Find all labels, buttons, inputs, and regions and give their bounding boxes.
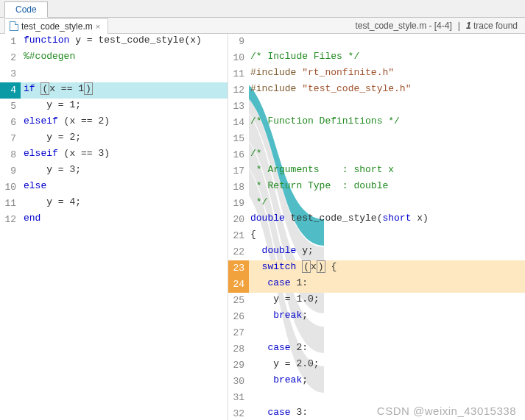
- file-tab[interactable]: test_code_style.m ×: [4, 18, 108, 34]
- code-row[interactable]: 21{: [228, 228, 525, 244]
- code-row[interactable]: 13: [228, 99, 525, 115]
- code-text[interactable]: case 3:: [249, 406, 525, 420]
- code-row[interactable]: 16/*: [228, 147, 525, 163]
- code-row[interactable]: 31: [228, 390, 525, 406]
- code-row[interactable]: 19 */: [228, 196, 525, 212]
- code-row[interactable]: 1function y = test_code_style(x): [0, 34, 228, 50]
- code-text[interactable]: [21, 66, 228, 82]
- code-row[interactable]: 8elseif (x == 3): [0, 147, 228, 163]
- code-text[interactable]: * Arguments : short x: [249, 163, 525, 179]
- code-text[interactable]: [249, 390, 525, 406]
- line-number: 15: [228, 131, 249, 147]
- code-row[interactable]: 18 * Return Type : double: [228, 179, 525, 196]
- code-text[interactable]: break;: [249, 374, 525, 390]
- code-row[interactable]: 25 y = 1.0;: [228, 293, 525, 309]
- code-text[interactable]: /* Include Files */: [249, 50, 525, 66]
- code-row[interactable]: 9: [228, 34, 525, 50]
- code-row[interactable]: 5 y = 1;: [0, 99, 228, 115]
- code-row[interactable]: 7 y = 2;: [0, 131, 228, 147]
- code-text[interactable]: case 1:: [249, 277, 525, 293]
- code-text[interactable]: y = 3;: [21, 163, 228, 179]
- code-row[interactable]: 29 y = 2.0;: [228, 357, 525, 374]
- code-text[interactable]: /*: [249, 147, 525, 163]
- code-row[interactable]: 14/* Function Definitions */: [228, 115, 525, 131]
- code-text[interactable]: end: [21, 212, 228, 228]
- line-number: 6: [0, 115, 21, 131]
- line-number: 11: [228, 66, 249, 82]
- code-text[interactable]: function y = test_code_style(x): [21, 34, 228, 50]
- code-text[interactable]: [249, 131, 525, 147]
- code-text[interactable]: break;: [249, 309, 525, 325]
- generated-pane[interactable]: 910/* Include Files */11#include "rt_non…: [228, 34, 525, 420]
- trace-label: trace found: [473, 21, 518, 31]
- code-row[interactable]: 17 * Arguments : short x: [228, 163, 525, 179]
- line-number: 1: [0, 34, 21, 50]
- line-number: 29: [228, 357, 249, 374]
- line-number: 17: [228, 163, 249, 179]
- code-row[interactable]: 11 y = 4;: [0, 196, 228, 212]
- top-tabbar: Code: [0, 0, 525, 18]
- code-text[interactable]: %#codegen: [21, 50, 228, 66]
- code-row[interactable]: 4if (x == 1): [0, 82, 228, 99]
- line-number: 26: [228, 309, 249, 325]
- code-text[interactable]: */: [249, 196, 525, 212]
- code-text[interactable]: y = 4;: [21, 196, 228, 212]
- code-row[interactable]: 28 case 2:: [228, 341, 525, 357]
- split-view: 1function y = test_code_style(x)2%#codeg…: [0, 34, 525, 420]
- code-row[interactable]: 15: [228, 131, 525, 147]
- code-row[interactable]: 10/* Include Files */: [228, 50, 525, 66]
- code-text[interactable]: {: [249, 228, 525, 244]
- line-number: 20: [228, 212, 249, 228]
- code-text[interactable]: elseif (x == 2): [21, 115, 228, 131]
- code-text[interactable]: case 2:: [249, 341, 525, 357]
- code-row[interactable]: 10else: [0, 179, 228, 196]
- code-text[interactable]: [249, 34, 525, 50]
- code-row[interactable]: 12end: [0, 212, 228, 228]
- code-text[interactable]: if (x == 1): [21, 82, 228, 99]
- line-number: 3: [0, 66, 21, 82]
- line-number: 13: [228, 99, 249, 115]
- line-number: 19: [228, 196, 249, 212]
- line-number: 30: [228, 374, 249, 390]
- line-number: 2: [0, 50, 21, 66]
- code-text[interactable]: * Return Type : double: [249, 179, 525, 196]
- code-row[interactable]: 27: [228, 325, 525, 341]
- code-text[interactable]: double test_code_style(short x): [249, 212, 525, 228]
- code-text[interactable]: y = 1.0;: [249, 293, 525, 309]
- code-text[interactable]: y = 2;: [21, 131, 228, 147]
- code-text[interactable]: switch (x) {: [249, 260, 525, 277]
- code-row[interactable]: 23 switch (x) {: [228, 260, 525, 277]
- code-text[interactable]: /* Function Definitions */: [249, 115, 525, 131]
- line-number: 11: [0, 196, 21, 212]
- close-icon[interactable]: ×: [96, 22, 100, 31]
- code-text[interactable]: #include "test_code_style.h": [249, 82, 525, 99]
- code-tab[interactable]: Code: [4, 1, 48, 18]
- code-text[interactable]: y = 2.0;: [249, 357, 525, 374]
- code-text[interactable]: elseif (x == 3): [21, 147, 228, 163]
- code-row[interactable]: 6elseif (x == 2): [0, 115, 228, 131]
- code-row[interactable]: 11#include "rt_nonfinite.h": [228, 66, 525, 82]
- line-number: 12: [228, 82, 249, 99]
- code-text[interactable]: [249, 99, 525, 115]
- line-number: 12: [0, 212, 21, 228]
- code-row[interactable]: 30 break;: [228, 374, 525, 390]
- code-row[interactable]: 32 case 3:: [228, 406, 525, 420]
- source-pane[interactable]: 1function y = test_code_style(x)2%#codeg…: [0, 34, 228, 420]
- code-row[interactable]: 20double test_code_style(short x): [228, 212, 525, 228]
- code-row[interactable]: 26 break;: [228, 309, 525, 325]
- code-text[interactable]: [249, 325, 525, 341]
- line-number: 10: [0, 179, 21, 196]
- code-row[interactable]: 22 double y;: [228, 244, 525, 260]
- code-row[interactable]: 3: [0, 66, 228, 82]
- code-row[interactable]: 2%#codegen: [0, 50, 228, 66]
- line-number: 10: [228, 50, 249, 66]
- code-row[interactable]: 9 y = 3;: [0, 163, 228, 179]
- code-row[interactable]: 12#include "test_code_style.h": [228, 82, 525, 99]
- code-text[interactable]: double y;: [249, 244, 525, 260]
- code-text[interactable]: #include "rt_nonfinite.h": [249, 66, 525, 82]
- code-row[interactable]: 24 case 1:: [228, 277, 525, 293]
- code-text[interactable]: else: [21, 179, 228, 196]
- line-number: 9: [228, 34, 249, 50]
- code-text[interactable]: y = 1;: [21, 99, 228, 115]
- line-number: 14: [228, 115, 249, 131]
